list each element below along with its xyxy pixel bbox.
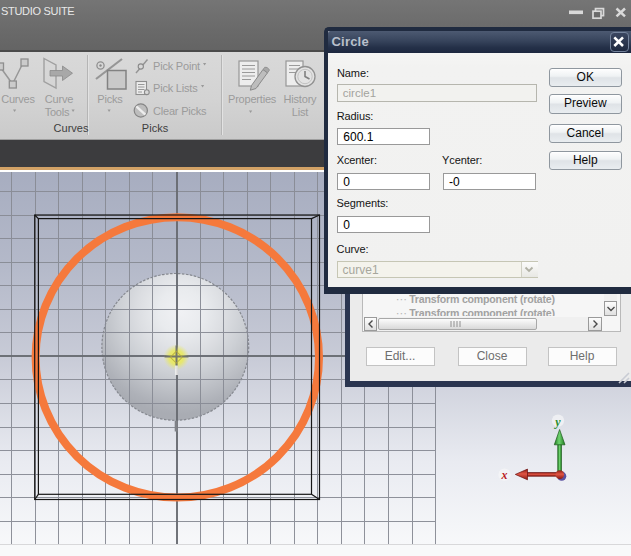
svg-text:y: y	[553, 415, 561, 429]
svg-text:x: x	[501, 468, 508, 482]
